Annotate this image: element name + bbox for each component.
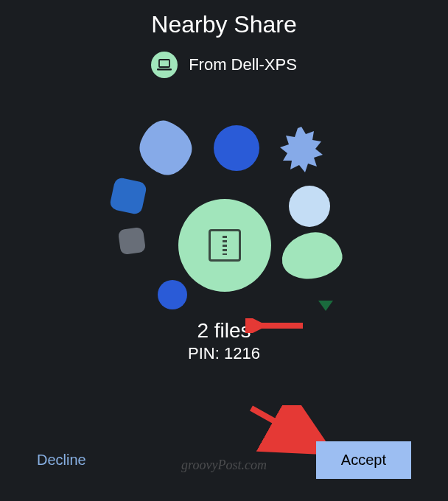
laptop-icon	[157, 59, 172, 71]
decorative-blob	[158, 280, 187, 309]
decorative-starburst	[279, 127, 324, 172]
decorative-blob	[109, 177, 147, 215]
zip-archive-icon	[209, 229, 241, 262]
annotation-arrow	[245, 318, 304, 333]
decline-button[interactable]: Decline	[37, 452, 86, 469]
page-title: Nearby Share	[151, 11, 296, 38]
svg-rect-0	[159, 60, 169, 67]
sender-row: From Dell-XPS	[151, 52, 297, 78]
accept-button[interactable]: Accept	[316, 441, 411, 479]
sender-label: From Dell-XPS	[189, 55, 297, 74]
decorative-blob	[133, 115, 199, 181]
svg-rect-1	[157, 69, 172, 71]
share-visual	[84, 137, 364, 314]
action-row: Decline Accept	[0, 441, 448, 479]
decorative-blob	[118, 227, 146, 255]
pin-code: PIN: 1216	[188, 344, 260, 363]
decorative-triangle	[318, 301, 333, 311]
files-count: 2 files	[197, 319, 251, 343]
device-badge	[151, 52, 178, 78]
decorative-blob	[214, 125, 259, 171]
decorative-blob	[278, 228, 346, 283]
file-preview-circle	[178, 199, 271, 292]
decorative-blob	[289, 186, 330, 227]
